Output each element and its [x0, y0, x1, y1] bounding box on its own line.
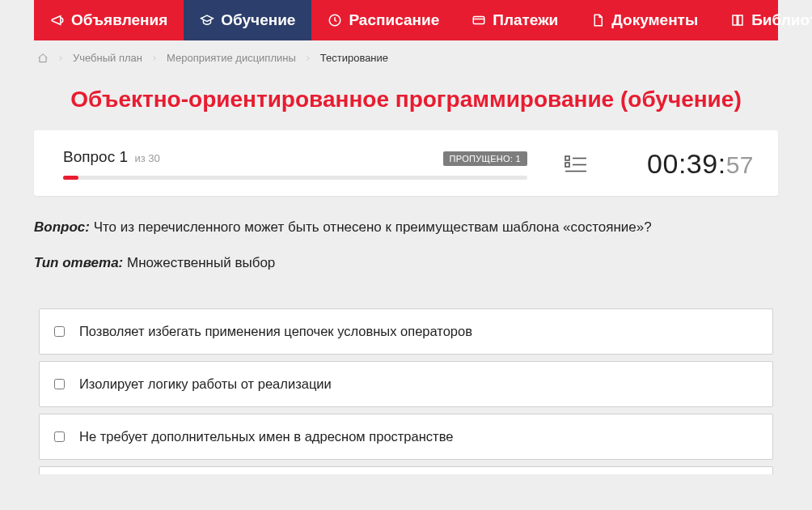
clock-icon — [328, 13, 342, 28]
timer-seconds: 57 — [726, 151, 754, 178]
answer-type-prefix: Тип ответа: — [34, 255, 123, 270]
chevron-right-icon — [304, 54, 312, 62]
question-counter-row: Вопрос 1 из 30 ПРОПУЩЕНО: 1 — [63, 148, 527, 166]
answer-type-text: Множественный выбор — [123, 255, 275, 270]
breadcrumb: Учебный план Мероприятие дисциплины Тест… — [10, 40, 802, 72]
status-left: Вопрос 1 из 30 ПРОПУЩЕНО: 1 — [63, 148, 527, 180]
answer-type-line: Тип ответа: Множественный выбор — [34, 253, 778, 274]
home-icon[interactable] — [37, 53, 49, 64]
nav-payments[interactable]: Платежи — [455, 0, 574, 40]
book-icon — [730, 13, 745, 28]
answers-list: Позволяет избегать применения цепочек ус… — [10, 287, 802, 474]
answer-option[interactable]: Не требует дополнительных имен в адресно… — [39, 414, 773, 460]
breadcrumb-link-event[interactable]: Мероприятие дисциплины — [167, 52, 296, 64]
nav-documents[interactable]: Документы — [574, 0, 714, 40]
answer-text: Позволяет избегать применения цепочек ус… — [79, 324, 472, 339]
progress-fill — [63, 176, 78, 180]
answer-checkbox[interactable] — [54, 326, 65, 337]
card-icon — [472, 13, 486, 28]
nav-announcements[interactable]: Объявления — [34, 0, 184, 40]
nav-label: Обучение — [221, 11, 295, 29]
question-text: Что из перечисленного может быть отнесен… — [90, 219, 652, 235]
question-total: из 30 — [134, 152, 159, 164]
chevron-right-icon — [57, 54, 65, 62]
question-prefix: Вопрос: — [34, 219, 90, 235]
main-nav: Объявления Обучение Расписание Платежи — [34, 0, 778, 40]
megaphone-icon — [50, 13, 65, 28]
answer-checkbox[interactable] — [54, 431, 65, 442]
timer: 00:39:57 — [624, 148, 754, 180]
answer-checkbox[interactable] — [54, 379, 65, 389]
question-counter: Вопрос 1 из 30 — [63, 148, 160, 166]
nav-schedule[interactable]: Расписание — [311, 0, 455, 40]
viewport-scroll[interactable]: Объявления Обучение Расписание Платежи — [0, 0, 812, 510]
document-icon — [590, 13, 605, 28]
nav-label: Документы — [611, 11, 698, 29]
skipped-badge: ПРОПУЩЕНО: 1 — [443, 151, 527, 166]
nav-library[interactable]: Библиотека — [714, 0, 812, 40]
svg-rect-4 — [565, 163, 569, 167]
nav-label: Библиотека — [751, 11, 812, 29]
question-list-button[interactable] — [527, 154, 624, 175]
timer-main: 00:39: — [647, 148, 726, 179]
question-body: Вопрос: Что из перечисленного может быть… — [10, 217, 802, 273]
status-card: Вопрос 1 из 30 ПРОПУЩЕНО: 1 — [34, 130, 778, 196]
question-number: Вопрос 1 — [63, 148, 128, 165]
nav-education[interactable]: Обучение — [184, 0, 311, 40]
answer-text: Изолирует логику работы от реализации — [79, 376, 332, 392]
list-icon — [565, 154, 587, 175]
answer-option-cutoff — [39, 466, 773, 474]
answer-option[interactable]: Изолирует логику работы от реализации — [39, 361, 773, 407]
answer-text: Не требует дополнительных имен в адресно… — [79, 429, 453, 444]
svg-rect-2 — [565, 156, 569, 160]
nav-label: Объявления — [71, 11, 167, 29]
progress-bar — [63, 176, 527, 180]
nav-label: Расписание — [349, 11, 439, 29]
chevron-right-icon — [150, 54, 159, 62]
page-title: Объектно-ориентированное программировани… — [10, 72, 802, 130]
breadcrumb-link-plan[interactable]: Учебный план — [73, 52, 142, 64]
svg-rect-1 — [473, 17, 484, 24]
breadcrumb-current: Тестирование — [320, 52, 388, 64]
graduation-cap-icon — [200, 13, 214, 28]
question-text-line: Вопрос: Что из перечисленного может быть… — [34, 217, 778, 238]
answer-option[interactable]: Позволяет избегать применения цепочек ус… — [39, 308, 773, 355]
nav-label: Платежи — [493, 11, 558, 29]
page: Объявления Обучение Расписание Платежи — [10, 0, 802, 507]
